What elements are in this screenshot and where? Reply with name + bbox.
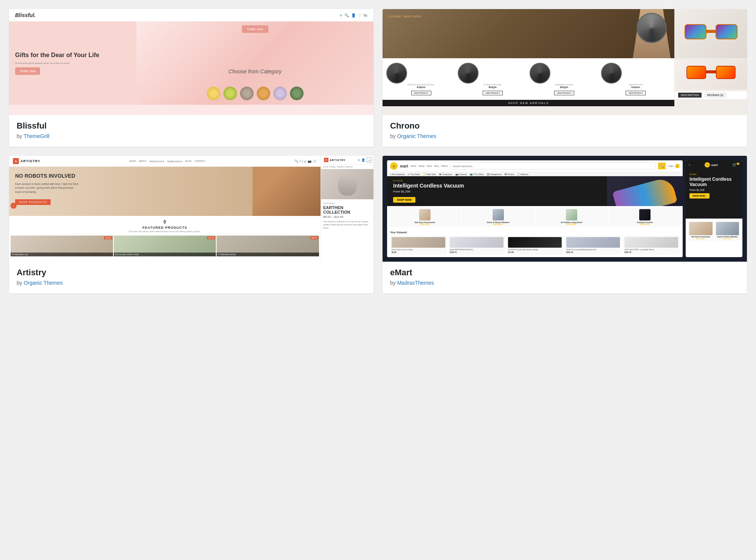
artistry-desktop: A ARTISTRY SHOP ABOUT PRODUCTS ▾ TEMPLAT… (9, 156, 321, 262)
blissful-author-link[interactable]: ThemeGrill (23, 133, 49, 139)
emart-cat-shop-hair: SHOP NOW › (390, 223, 460, 225)
blissful-circle-5 (273, 87, 287, 100)
emart-mobile-header: ≡ e mart 🛒2 (686, 160, 742, 169)
emart-mobile-cat-img-hair (689, 222, 713, 235)
artistry-nav: SHOP ABOUT PRODUCTS ▾ TEMPLATES ▾ BLOG C… (129, 160, 205, 163)
emart-info: eMart by MadrasThemes (383, 262, 747, 293)
blissful-circle-2 (223, 87, 237, 100)
emart-cat-shop-air: SHOP NOW › (537, 223, 606, 225)
artistry-author-link[interactable]: Organic Themes (24, 280, 63, 286)
emart-viewed-price-2: $100.79 (450, 251, 503, 253)
artistry-ig-icon: 📷 (308, 160, 311, 163)
emart-cat-shop-watch: SHOP NOW › (463, 223, 533, 225)
chrono-tab-description[interactable]: DESCRIPTION (678, 93, 702, 98)
artistry-pottery-img: ⊕ (321, 169, 373, 199)
chrono-watch-3: URBANLUXURY Belyin VIEW PRODUCT (529, 61, 600, 97)
emart-viewed-img-5 (624, 237, 678, 248)
artistry-name: Artistry (17, 268, 366, 278)
emart-nav-mega: Mega (419, 165, 424, 167)
artistry-product-2: SUCCULENT SHORT VASE $16.00 (114, 236, 216, 256)
artistry-nav-shop: SHOP (129, 160, 136, 163)
sunglasses-bridge (706, 30, 716, 33)
emart-mobile-cat-watch: Smart & Fitness Watches SHOP NOW › (715, 221, 741, 241)
artistry-product-label-3: STONEWARE BOWL (217, 253, 319, 256)
emart-viewed-img-1 (392, 237, 445, 248)
artistry-featured: ⚱ FEATURED PRODUCTS Discover the artistr… (9, 216, 321, 236)
artistry-tw-icon: t (302, 160, 303, 163)
artistry-featured-title: FEATURED PRODUCTS (13, 226, 317, 230)
artistry-header-icons: 🔍 f t p 📷 🛒 (294, 160, 317, 163)
chrono-view-btn-1[interactable]: VIEW PRODUCT (411, 91, 431, 95)
sunglasses-lens-left (685, 24, 706, 39)
emart-cat-deals: 🏷 Top Deals (408, 173, 420, 175)
chrono-tabs: DESCRIPTION REVIEWS (0) (675, 91, 747, 99)
chrono-watch-img-1 (386, 63, 407, 84)
emart-mobile: ≡ e mart 🛒2 DYSON Intelligent Cordless V… (686, 160, 742, 257)
artistry-nav-contact: CONTACT (195, 160, 206, 163)
artistry-info: Artistry by Organic Themes (9, 262, 373, 293)
emart-mobile-price: From $1,200 (689, 189, 739, 191)
artistry-hero-content: NO ROBOTS INVOLVED Each product is hand-… (9, 167, 85, 216)
chrono-watch-price-2: Belyin (458, 86, 527, 88)
emart-mobile-cart-icon: 🛒2 (732, 163, 739, 167)
blissful-name: Blissful (17, 121, 366, 131)
artistry-product-price-3: $38.00 (310, 236, 318, 239)
chrono-watch-4: SMARTSYN Kaizen VIEW PRODUCT (600, 61, 671, 97)
artistry-product-3: STONEWARE BOWL $38.00 (217, 236, 319, 256)
chrono-author-link[interactable]: Organic Themes (397, 133, 436, 139)
blissful-order-btn[interactable]: Order now (15, 67, 40, 75)
emart-mobile-logo-text: mart (711, 163, 717, 167)
emart-mobile-shop-btn[interactable]: SHOP NOW › (689, 193, 710, 199)
emart-cat-img-gaming (639, 209, 651, 220)
emart-mobile-logo-badge: e (705, 162, 710, 168)
emart-cat-shop-gaming: SHOP NOW › (610, 223, 680, 225)
blissful-hero-right: Order now Choose from Category (136, 22, 373, 105)
emart-search-btn[interactable]: 🔍 (658, 163, 666, 169)
emart-search-input[interactable] (450, 163, 656, 169)
chrono-view-btn-4[interactable]: VIEW PRODUCT (626, 91, 646, 95)
blissful-category-title: Choose from Category (228, 68, 282, 74)
artistry-pottery-desc: The Earthen Collection is a set of our c… (323, 220, 371, 230)
artistry-mobile-content: POTTERY EARTHEN COLLECTION $6.00 – $14.0… (321, 201, 373, 262)
artistry-search-icon: 🔍 (294, 160, 298, 163)
emart-login-text: Login (668, 165, 674, 167)
emart-mobile-menu-icon: ≡ (689, 163, 691, 167)
chrono-watches-row: PRESTIGEHORIZONS Kaizen VIEW PRODUCT DYN… (383, 58, 674, 100)
emart-logo-text: mart (400, 164, 408, 168)
artistry-desktop-header: A ARTISTRY SHOP ABOUT PRODUCTS ▾ TEMPLAT… (9, 156, 321, 167)
blissful-circle-3 (240, 87, 254, 100)
artistry-products-row: STONEWARE JAR $26.50 SUCCULENT SHORT VAS… (9, 236, 321, 258)
chrono-banner-strip: SHOP NEW ARRIVALS (383, 100, 674, 106)
emart-hero-btn[interactable]: SHOP NOW (393, 197, 415, 203)
chrono-view-btn-3[interactable]: VIEW PRODUCT (554, 91, 574, 95)
emart-viewed-price-4: $391.45 (566, 251, 620, 253)
chrono-hero-watch (637, 13, 667, 43)
emart-hero-visual (607, 176, 683, 206)
emart-nav-blog: Blog (434, 165, 439, 167)
artistry-hero-person (253, 167, 321, 216)
chrono-watch-price-4: Kaizen (601, 86, 671, 88)
chrono-tab-reviews[interactable]: REVIEWS (0) (705, 93, 726, 98)
vacuum-shape (612, 177, 678, 206)
artistry-shop-btn[interactable]: SHOP PRODUCTS (15, 199, 51, 205)
artistry-logo-icon: A (13, 158, 19, 164)
emart-viewed-items: Home Steam Iron for Clothe... $9.69 Appl… (390, 236, 680, 255)
emart-hero-title: Intelligent Cordless Vacuum (393, 183, 464, 189)
chrono-sunglasses-small (675, 59, 747, 89)
blissful-circle-6 (290, 87, 304, 100)
sunglasses-small-lens-left (686, 66, 706, 79)
emart-mobile-cat-grid: Hair Dryer Accessories SHOP NOW › Smart … (688, 221, 740, 241)
artistry-pottery-category: POTTERY (323, 202, 371, 205)
emart-author-link[interactable]: MadrasThemes (397, 280, 434, 286)
chrono-view-btn-2[interactable]: VIEW PRODUCT (483, 91, 503, 95)
emart-cat-img-air (566, 209, 577, 220)
sunglasses-small-img (686, 66, 736, 83)
blissful-top-order-btn[interactable]: Order now (242, 25, 268, 33)
blissful-preview: Blissful. ≡ 🔍 👤 ♡ 🛍 Gifts for the Dear o… (9, 9, 373, 115)
artistry-product-price-1: $26.50 (104, 236, 112, 239)
artistry-featured-icon: ⚱ (13, 219, 317, 225)
emart-cat-computers: 💻 Computers (439, 173, 452, 175)
chrono-watch-2: DYNACHRONO Belyin VIEW PRODUCT (457, 61, 528, 97)
emart-logo-badge: e (390, 162, 398, 170)
emart-viewed-1: Home Steam Iron for Clothe... $9.69 (390, 236, 447, 255)
